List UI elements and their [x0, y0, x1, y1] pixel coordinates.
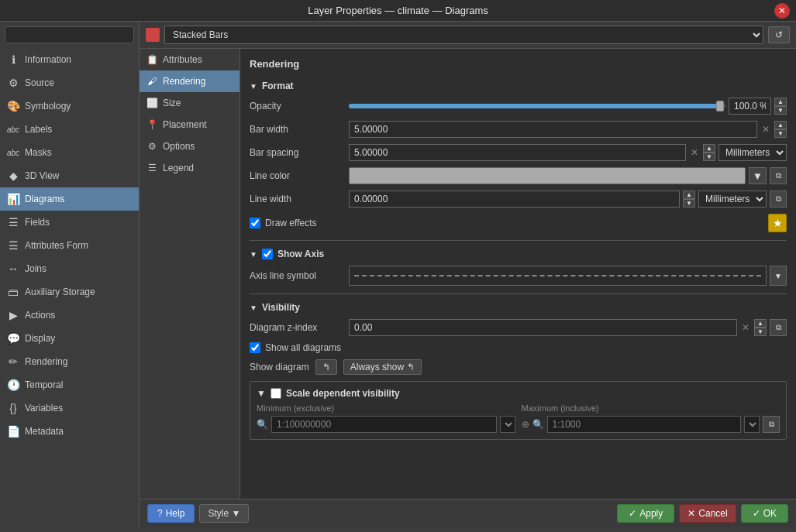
- scale-max-input[interactable]: [547, 416, 742, 433]
- draw-effects-checkbox[interactable]: [250, 218, 260, 228]
- axis-symbol-container: [349, 266, 767, 286]
- show-diagram-toggle-btn[interactable]: ↰: [315, 359, 337, 375]
- bar-width-input[interactable]: [349, 121, 757, 138]
- visibility-title: Visibility: [262, 302, 300, 313]
- line-width-unit-select[interactable]: Millimeters Points Pixels Inches: [698, 190, 767, 208]
- line-color-copy-btn[interactable]: ⧉: [770, 167, 787, 184]
- sidebar-item-information[interactable]: ℹ Information: [0, 48, 139, 71]
- apply-label: Apply: [639, 508, 663, 519]
- scale-max-copy-btn[interactable]: ⧉: [763, 416, 780, 433]
- sidebar-item-actions[interactable]: ▶ Actions: [0, 304, 139, 327]
- diagram-z-spin-down[interactable]: ▼: [754, 328, 767, 336]
- show-all-diagrams-label[interactable]: Show all diagrams: [265, 342, 341, 353]
- draw-effects-star-btn[interactable]: ★: [768, 214, 787, 232]
- show-all-diagrams-checkbox[interactable]: [250, 342, 260, 353]
- variables-icon: {}: [6, 401, 20, 415]
- line-width-copy-btn[interactable]: ⧉: [770, 190, 787, 208]
- always-show-btn[interactable]: Always show ↰: [343, 359, 422, 375]
- scale-dependent-checkbox[interactable]: [271, 388, 281, 399]
- sub-nav-size[interactable]: ⬜ Size: [140, 92, 239, 114]
- scale-dependent-header[interactable]: ▼ Scale dependent visibility: [257, 388, 780, 399]
- format-title: Format: [262, 81, 294, 91]
- sidebar-item-diagrams[interactable]: 📊 Diagrams: [0, 187, 139, 211]
- separator-1: [250, 240, 787, 241]
- style-label: Style: [208, 508, 229, 519]
- layer-type-icon: [146, 28, 160, 42]
- placement-icon: 📍: [146, 118, 158, 131]
- show-diagram-row: Show diagram ↰ Always show ↰: [250, 356, 787, 378]
- sidebar-item-attributes-form[interactable]: ☰ Attributes Form: [0, 234, 139, 257]
- opacity-input[interactable]: [729, 98, 771, 115]
- format-section-header[interactable]: ▼ Format: [250, 77, 787, 94]
- scale-min-select[interactable]: [500, 416, 515, 433]
- line-width-spin-up[interactable]: ▲: [683, 190, 695, 199]
- show-diagram-toggle-icon: ↰: [322, 362, 330, 372]
- refresh-button[interactable]: ↺: [768, 26, 790, 43]
- sub-rendering-icon: 🖌: [146, 75, 158, 88]
- bar-spacing-unit-select[interactable]: Millimeters Points Pixels Inches: [718, 144, 787, 161]
- apply-button[interactable]: ✓ Apply: [617, 504, 674, 523]
- sidebar-item-joins[interactable]: ↔ Joins: [0, 257, 139, 280]
- sidebar-item-variables[interactable]: {} Variables: [0, 396, 139, 420]
- bar-spacing-input[interactable]: [349, 144, 686, 161]
- visibility-header[interactable]: ▼ Visibility: [250, 299, 787, 316]
- bar-width-clear[interactable]: ✕: [760, 124, 771, 135]
- sub-nav-rendering[interactable]: 🖌 Rendering: [140, 70, 239, 92]
- ok-button[interactable]: ✓ OK: [741, 504, 788, 523]
- sub-nav-placement[interactable]: 📍 Placement: [140, 114, 239, 136]
- line-width-input[interactable]: [349, 190, 680, 208]
- attributes-icon: 📋: [146, 53, 158, 66]
- opacity-slider-thumb[interactable]: [716, 101, 724, 112]
- line-color-dropdown-btn[interactable]: ▼: [749, 167, 767, 184]
- sidebar-item-symbology[interactable]: 🎨 Symbology: [0, 94, 139, 118]
- scale-max-select[interactable]: [744, 416, 760, 433]
- diagrams-icon: 📊: [6, 192, 20, 206]
- diagram-type-select[interactable]: Stacked Bars Pie Chart Text Diagram Hist…: [164, 26, 763, 44]
- sidebar-item-temporal[interactable]: 🕐 Temporal: [0, 373, 139, 396]
- show-axis-header[interactable]: ▼ Show Axis: [250, 245, 787, 263]
- show-all-diagrams-row: Show all diagrams: [250, 339, 787, 356]
- sidebar-item-rendering[interactable]: ✏ Rendering: [0, 350, 139, 373]
- bar-width-spin-up[interactable]: ▲: [774, 121, 787, 129]
- symbology-icon: 🎨: [6, 99, 20, 113]
- sidebar-item-metadata[interactable]: 📄 Metadata: [0, 420, 139, 443]
- show-axis-checkbox[interactable]: [262, 249, 273, 259]
- diagram-z-spin-up[interactable]: ▲: [754, 319, 767, 328]
- opacity-spin-down[interactable]: ▼: [774, 106, 787, 115]
- opacity-spin-up[interactable]: ▲: [774, 98, 787, 106]
- diagram-z-index-input[interactable]: [349, 319, 737, 336]
- opacity-slider-fill: [349, 104, 718, 108]
- sidebar-item-auxiliary-storage[interactable]: 🗃 Auxiliary Storage: [0, 280, 139, 304]
- cancel-button[interactable]: ✕ Cancel: [679, 504, 736, 523]
- opacity-row: Opacity ▲ ▼: [250, 94, 787, 118]
- sidebar-item-labels[interactable]: abc Labels: [0, 118, 139, 141]
- line-width-spin-down[interactable]: ▼: [683, 199, 695, 208]
- sidebar-item-source[interactable]: ⚙ Source: [0, 71, 139, 94]
- line-color-control: ▼ ⧉: [349, 167, 787, 184]
- draw-effects-label[interactable]: Draw effects: [265, 218, 316, 228]
- visibility-arrow: ▼: [250, 304, 257, 312]
- line-color-swatch[interactable]: [349, 167, 746, 184]
- panel-area: Stacked Bars Pie Chart Text Diagram Hist…: [140, 22, 796, 527]
- bar-spacing-spin-up[interactable]: ▲: [703, 144, 715, 153]
- show-axis-arrow: ▼: [250, 250, 257, 259]
- axis-symbol-dropdown-btn[interactable]: ▼: [770, 266, 787, 286]
- sidebar-item-masks[interactable]: abc Masks: [0, 141, 139, 164]
- close-button[interactable]: ✕: [774, 3, 790, 19]
- diagram-z-index-clear[interactable]: ✕: [740, 322, 751, 333]
- sidebar-item-display[interactable]: 💬 Display: [0, 327, 139, 350]
- sub-nav-options[interactable]: ⚙ Options: [140, 136, 239, 157]
- help-button[interactable]: ? Help: [147, 504, 195, 523]
- opacity-slider-track[interactable]: [349, 104, 725, 108]
- sidebar-item-3dview[interactable]: ◆ 3D View: [0, 164, 139, 187]
- scale-min-input[interactable]: [271, 416, 497, 433]
- search-input[interactable]: [5, 26, 134, 43]
- bar-width-spin-down[interactable]: ▼: [774, 129, 787, 138]
- sub-nav-attributes[interactable]: 📋 Attributes: [140, 49, 239, 70]
- sub-nav-legend[interactable]: ☰ Legend: [140, 157, 239, 179]
- bar-spacing-clear[interactable]: ✕: [689, 147, 700, 158]
- sidebar-item-fields[interactable]: ☰ Fields: [0, 211, 139, 234]
- style-button[interactable]: Style ▼: [199, 504, 249, 523]
- diagram-z-copy-btn[interactable]: ⧉: [770, 319, 787, 336]
- bar-spacing-spin-down[interactable]: ▼: [703, 153, 715, 161]
